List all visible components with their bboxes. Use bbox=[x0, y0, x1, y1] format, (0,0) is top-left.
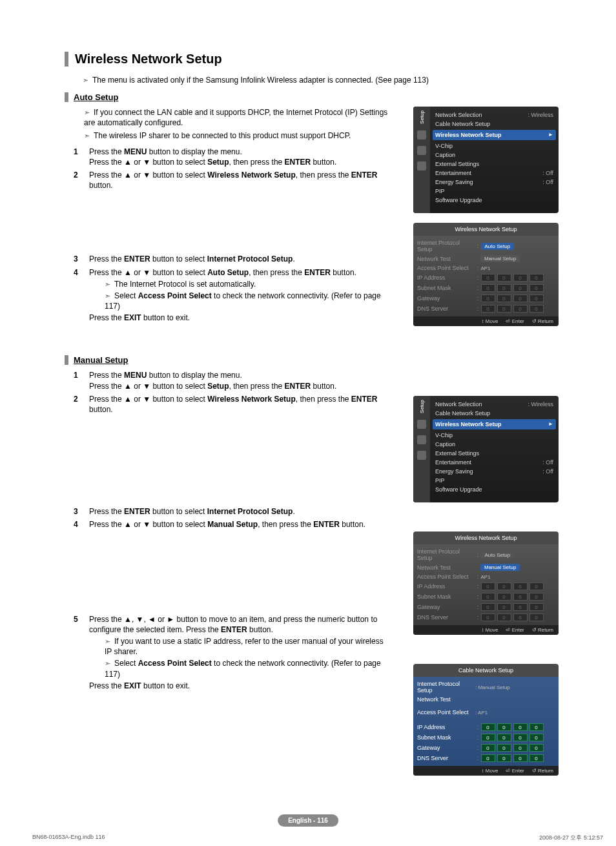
chip-icon bbox=[417, 146, 426, 155]
ip-octet[interactable]: 0 bbox=[481, 583, 495, 590]
page-number-pill: English - 116 bbox=[278, 814, 338, 827]
menu-item[interactable]: Caption bbox=[435, 440, 553, 449]
ip-octet[interactable]: 0 bbox=[529, 284, 544, 292]
ip-octet[interactable]: 0 bbox=[513, 744, 528, 752]
doc-footer-right: 2008-08-27 오후 5:12:57 bbox=[539, 834, 603, 842]
menu-item[interactable]: Network Selection: Wireless bbox=[435, 400, 553, 409]
menu-item[interactable]: Energy Saving: Off bbox=[435, 178, 553, 187]
ip-octet[interactable]: 0 bbox=[513, 734, 528, 741]
manual-step-3: 3 Press the ENTER button to select Inter… bbox=[74, 506, 390, 517]
menu-item[interactable]: Wireless Network Setup bbox=[433, 130, 556, 140]
menu-item[interactable]: V-Chip bbox=[435, 431, 553, 440]
disk-icon bbox=[417, 161, 426, 170]
menu-item[interactable]: Energy Saving: Off bbox=[435, 467, 553, 476]
ip-octet[interactable]: 0 bbox=[497, 284, 511, 292]
ip-octet[interactable]: 0 bbox=[513, 284, 528, 292]
ip-octet[interactable]: 0 bbox=[481, 593, 495, 601]
intro-note: The menu is activated only if the Samsun… bbox=[83, 76, 568, 85]
ip-octet[interactable]: 0 bbox=[529, 744, 544, 752]
manual-step-1: 1 Press the MENU button to display the m… bbox=[74, 370, 390, 391]
auto-step-4-note2: Select Access Point Select to check the … bbox=[105, 291, 390, 311]
ip-octet[interactable]: 0 bbox=[529, 614, 544, 621]
ip-octet[interactable]: 0 bbox=[529, 734, 544, 741]
manual-setup-heading: Manual Setup bbox=[65, 355, 568, 365]
tv-setup-panel-1: Setup Network Selection: WirelessCable N… bbox=[413, 107, 559, 213]
ip-octet[interactable]: 0 bbox=[481, 284, 495, 292]
ip-octet[interactable]: 0 bbox=[481, 614, 495, 621]
ip-octet[interactable]: 0 bbox=[529, 603, 544, 611]
setup-sidebar-label: Setup bbox=[419, 110, 425, 124]
auto-step-3: 3 Press the ENTER button to select Inter… bbox=[74, 254, 390, 264]
footer-move: ↕ Move bbox=[482, 318, 498, 324]
ip-octet[interactable]: 0 bbox=[497, 723, 511, 731]
ip-octet[interactable]: 0 bbox=[513, 583, 528, 590]
menu-item[interactable]: Caption bbox=[435, 150, 553, 160]
ip-octet[interactable]: 0 bbox=[513, 614, 528, 621]
menu-item[interactable]: Entertainment: Off bbox=[435, 458, 553, 467]
ip-octet[interactable]: 0 bbox=[497, 603, 511, 611]
menu-item[interactable]: PIP bbox=[435, 187, 553, 196]
ip-octet[interactable]: 0 bbox=[513, 305, 528, 313]
ip-octet[interactable]: 0 bbox=[481, 294, 495, 302]
auto-note-1: If you connect the LAN cable and it supp… bbox=[84, 107, 390, 128]
manual-step-5-note1: If you want to use a static IP address, … bbox=[105, 636, 390, 657]
auto-step-4: 4 Press the ▲ or ▼ button to select Auto… bbox=[74, 267, 390, 324]
ip-octet[interactable]: 0 bbox=[481, 744, 495, 752]
ip-octet[interactable]: 0 bbox=[481, 734, 495, 741]
auto-setup-heading: Auto Setup bbox=[65, 92, 568, 102]
ip-octet[interactable]: 0 bbox=[513, 723, 528, 731]
ip-octet[interactable]: 0 bbox=[497, 593, 511, 601]
tv-setup-panel-2: Setup Network Selection: WirelessCable N… bbox=[413, 396, 559, 502]
ip-octet[interactable]: 0 bbox=[513, 603, 528, 611]
ip-octet[interactable]: 0 bbox=[497, 583, 511, 590]
ip-octet[interactable]: 0 bbox=[529, 274, 544, 282]
ip-octet[interactable]: 0 bbox=[529, 305, 544, 313]
ip-octet[interactable]: 0 bbox=[497, 744, 511, 752]
ip-octet[interactable]: 0 bbox=[481, 603, 495, 611]
auto-step-2: 2 Press the ▲ or ▼ button to select Wire… bbox=[74, 170, 390, 191]
dropdown-manual[interactable]: Manual Setup bbox=[480, 255, 520, 262]
auto-note-2: The wireless IP sharer to be connected t… bbox=[84, 130, 390, 141]
ip-octet[interactable]: 0 bbox=[497, 754, 511, 762]
ip-octet[interactable]: 0 bbox=[529, 723, 544, 731]
menu-item[interactable]: PIP bbox=[435, 476, 553, 485]
menu-item[interactable]: Network Selection: Wireless bbox=[435, 110, 553, 119]
menu-item[interactable]: Software Upgrade bbox=[435, 196, 553, 205]
wns-panel-auto: Wireless Network Setup Internet Protocol… bbox=[413, 223, 559, 326]
ip-octet[interactable]: 0 bbox=[497, 274, 511, 282]
ip-octet[interactable]: 0 bbox=[497, 294, 511, 302]
ip-octet[interactable]: 0 bbox=[481, 305, 495, 313]
auto-step-1: 1 Press the MENU button to display the m… bbox=[74, 147, 390, 167]
ip-octet[interactable]: 0 bbox=[513, 294, 528, 302]
manual-step-5: 5 Press the ▲, ▼, ◄ or ► button to move … bbox=[74, 614, 390, 691]
ip-octet[interactable]: 0 bbox=[513, 754, 528, 762]
ip-octet[interactable]: 0 bbox=[529, 294, 544, 302]
auto-step-4-exit: Press the EXIT button to exit. bbox=[89, 313, 390, 323]
menu-item[interactable]: Wireless Network Setup bbox=[433, 419, 556, 429]
ip-octet[interactable]: 0 bbox=[497, 614, 511, 621]
gear-icon bbox=[417, 130, 426, 139]
ip-octet[interactable]: 0 bbox=[529, 593, 544, 601]
menu-item[interactable]: External Settings bbox=[435, 449, 553, 458]
menu-item[interactable]: V-Chip bbox=[435, 141, 553, 150]
dropdown-auto[interactable]: Auto Setup bbox=[481, 243, 515, 250]
dropdown-manual-selected[interactable]: Manual Setup bbox=[480, 564, 520, 571]
ip-octet[interactable]: 0 bbox=[529, 754, 544, 762]
menu-item[interactable]: Cable Network Setup bbox=[435, 119, 553, 129]
ip-octet[interactable]: 0 bbox=[481, 723, 495, 731]
ip-octet[interactable]: 0 bbox=[481, 274, 495, 282]
ip-octet[interactable]: 0 bbox=[497, 734, 511, 741]
ip-octet[interactable]: 0 bbox=[513, 593, 528, 601]
auto-step-4-note1: The Internet Protocol is set automatical… bbox=[105, 279, 390, 289]
ip-octet[interactable]: 0 bbox=[529, 583, 544, 590]
ip-octet[interactable]: 0 bbox=[513, 274, 528, 282]
menu-item[interactable]: External Settings bbox=[435, 160, 553, 169]
ip-octet[interactable]: 0 bbox=[497, 305, 511, 313]
wns-panel-manual: Wireless Network Setup Internet Protocol… bbox=[413, 531, 559, 635]
chip-icon bbox=[417, 435, 426, 444]
menu-item[interactable]: Software Upgrade bbox=[435, 485, 553, 494]
ip-octet[interactable]: 0 bbox=[481, 754, 495, 762]
menu-item[interactable]: Cable Network Setup bbox=[435, 409, 553, 418]
menu-item[interactable]: Entertainment: Off bbox=[435, 169, 553, 178]
manual-step-5-note2: Select Access Point Select to check the … bbox=[105, 658, 390, 679]
